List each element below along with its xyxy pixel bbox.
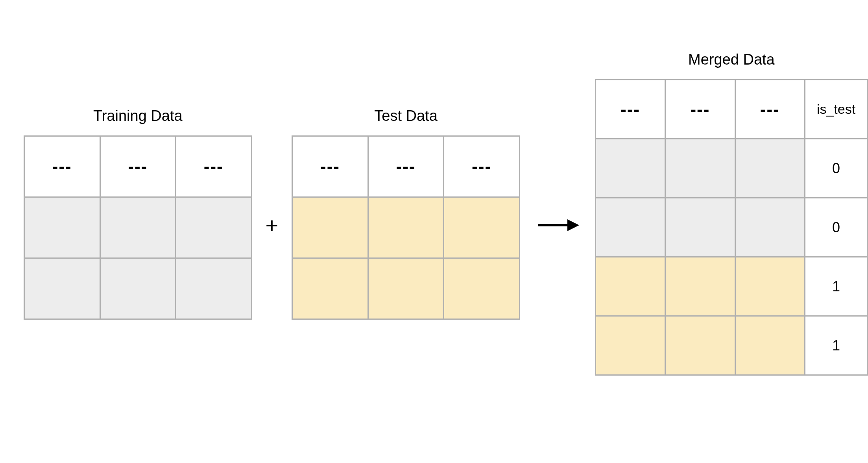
data-cell [292,258,368,319]
training-data-title: Training Data [93,107,183,124]
data-cell [665,198,735,257]
test-data-block: Test Data --- --- --- [292,107,520,320]
data-cell [735,257,805,316]
data-cell [24,197,100,258]
istest-cell: 1 [805,316,867,375]
test-data-table: --- --- --- [292,135,520,320]
col-header: --- [595,80,665,139]
col-header-istest: is_test [805,80,867,139]
table-row: 0 [595,198,867,257]
col-header: --- [24,136,100,197]
data-cell [176,197,252,258]
data-cell [444,197,520,258]
data-cell [735,198,805,257]
training-data-block: Training Data --- --- --- [24,107,252,320]
data-cell [595,316,665,375]
data-cell [735,316,805,375]
istest-cell: 0 [805,198,867,257]
data-cell [595,257,665,316]
data-cell [665,139,735,198]
data-cell [444,258,520,319]
merged-data-block: Merged Data --- --- --- is_test 0 0 [595,51,868,376]
data-cell [735,139,805,198]
table-row [292,197,520,258]
data-cell [292,197,368,258]
data-cell [665,257,735,316]
col-header: --- [100,136,176,197]
table-row: 1 [595,257,867,316]
merged-data-table: --- --- --- is_test 0 0 1 [595,79,868,376]
table-row [24,258,252,319]
test-data-title: Test Data [374,107,438,124]
data-cell [368,258,444,319]
data-cell [24,258,100,319]
diagram-container: Training Data --- --- --- + Test Data [24,51,868,376]
data-cell [595,198,665,257]
merged-data-title: Merged Data [688,51,775,68]
istest-cell: 0 [805,139,867,198]
table-header-row: --- --- --- is_test [595,80,867,139]
col-header: --- [665,80,735,139]
table-row [24,197,252,258]
data-cell [176,258,252,319]
data-cell [595,139,665,198]
table-header-row: --- --- --- [292,136,520,197]
col-header: --- [444,136,520,197]
data-cell [100,197,176,258]
training-data-table: --- --- --- [24,135,252,320]
arrow-icon [536,192,579,235]
col-header: --- [368,136,444,197]
svg-marker-1 [567,219,579,231]
table-header-row: --- --- --- [24,136,252,197]
col-header: --- [735,80,805,139]
istest-cell: 1 [805,257,867,316]
table-row: 0 [595,139,867,198]
table-row: 1 [595,316,867,375]
plus-operator: + [266,189,279,238]
col-header: --- [176,136,252,197]
table-row [292,258,520,319]
col-header: --- [292,136,368,197]
data-cell [100,258,176,319]
data-cell [368,197,444,258]
data-cell [665,316,735,375]
